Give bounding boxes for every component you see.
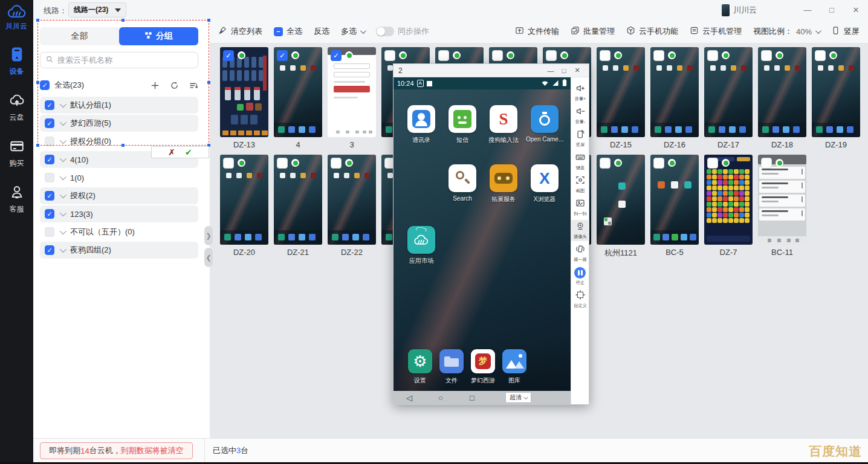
app-icon-mhxy[interactable]: 梦 (471, 349, 495, 373)
sidebar-item-support[interactable]: 客服 (0, 184, 33, 214)
device-thumb-4[interactable]: ✓4 (274, 47, 322, 149)
view-scale-dropdown[interactable]: 视图比例： 40% (753, 26, 820, 37)
device-screen[interactable] (328, 155, 376, 245)
quality-dropdown[interactable]: 超清 (505, 392, 531, 403)
panel-collapse-arrow[interactable]: ❮ (204, 248, 213, 267)
device-checkbox[interactable] (761, 158, 772, 169)
toggle-off[interactable] (376, 27, 394, 36)
device-screen[interactable] (650, 155, 699, 245)
group-checkbox[interactable]: ✓ (45, 209, 54, 219)
device-thumb-BC-5[interactable]: BC-5 (650, 155, 699, 257)
refresh-button[interactable] (170, 81, 179, 90)
line-select-dropdown[interactable]: 线路一(23) (68, 2, 126, 18)
expiry-warning[interactable]: 即将到期14台云机，到期数据将被清空 (40, 442, 193, 459)
device-thumb-DZ-15[interactable]: DZ-15 (597, 47, 645, 149)
app-expand[interactable]: 拓展服务 (485, 164, 522, 204)
app-icon-expand[interactable] (490, 164, 517, 192)
control-screenshot[interactable]: 截图 (571, 174, 589, 195)
device-checkbox[interactable] (653, 158, 664, 169)
select-all-toolbar-button[interactable]: − 全选 (274, 26, 302, 37)
device-screen[interactable] (597, 47, 645, 137)
app-icon-files[interactable] (439, 349, 464, 373)
nav-recents-button[interactable]: □ (456, 393, 488, 402)
app-icon-contacts[interactable] (407, 105, 435, 133)
group-checkbox[interactable]: ✓ (45, 191, 54, 201)
device-checkbox[interactable] (600, 158, 611, 169)
device-checkbox[interactable] (277, 158, 288, 169)
device-checkbox[interactable] (815, 50, 826, 61)
control-rotate[interactable]: 竖屏 (571, 128, 589, 149)
popup-minimize-button[interactable]: — (544, 67, 557, 74)
app-opencam[interactable]: Open Came... (526, 105, 563, 143)
control-webcam[interactable]: 摄像头 (571, 220, 589, 241)
device-thumb-DZ-20[interactable]: DZ-20 (220, 155, 268, 257)
search-input[interactable] (57, 56, 193, 65)
panel-expand-arrow[interactable]: ❯ (204, 226, 213, 245)
device-screen[interactable] (812, 47, 860, 137)
add-group-button[interactable] (151, 81, 160, 90)
device-checkbox[interactable] (492, 50, 503, 61)
device-thumb-BC-11[interactable]: BC-11 (758, 155, 806, 257)
clear-list-button[interactable]: 清空列表 (218, 26, 262, 37)
tab-all[interactable]: 全部 (40, 27, 119, 45)
group-row[interactable]: ✓夜鸦四组(2) (40, 242, 198, 259)
app-sms[interactable]: 短信 (444, 105, 481, 144)
app-icon-searchapp[interactable] (449, 164, 476, 192)
app-icon-xbrowser[interactable]: X (531, 164, 559, 192)
control-stop[interactable]: 停止 (571, 266, 589, 287)
device-thumb-DZ-13[interactable]: ✓DZ-13 (220, 47, 268, 149)
device-thumb-DZ-16[interactable]: DZ-16 (650, 47, 699, 149)
app-searchapp[interactable]: Search (444, 164, 481, 202)
select-all-indeterminate-checkbox[interactable]: − (274, 27, 283, 36)
group-row[interactable]: 不可以（五开）(0) (40, 224, 198, 240)
device-thumb-杭州1121[interactable]: 杭州1121 (597, 155, 645, 259)
device-thumb-DZ-18[interactable]: DZ-18 (758, 47, 806, 149)
app-contacts[interactable]: 通讯录 (403, 105, 440, 144)
group-checkbox[interactable]: ✓ (45, 118, 54, 128)
device-screen[interactable] (220, 155, 268, 245)
device-checkbox[interactable] (761, 50, 772, 61)
sync-operation-toggle[interactable]: 同步操作 (376, 26, 429, 37)
device-screen[interactable] (274, 155, 322, 245)
device-screen[interactable] (597, 155, 645, 245)
group-row[interactable]: ✓123(3) (40, 205, 198, 222)
device-thumb-DZ-7[interactable]: DZ-7 (704, 155, 753, 257)
app-icon-settings[interactable]: ⚙ (408, 349, 432, 373)
device-screen[interactable] (758, 47, 806, 137)
invert-selection-button[interactable]: 反选 (314, 26, 329, 37)
app-appmarket[interactable]: 应用市场 (403, 226, 440, 265)
group-row[interactable]: ✓梦幻西游(5) (40, 115, 198, 132)
device-checkbox[interactable] (653, 50, 664, 61)
device-thumb-DZ-19[interactable]: DZ-19 (812, 47, 860, 149)
collapse-list-button[interactable] (189, 81, 198, 90)
group-checkbox[interactable] (45, 227, 54, 237)
device-screen[interactable]: ✓ (274, 47, 322, 137)
cancel-capture-button[interactable]: ✗ (168, 148, 175, 156)
group-checkbox[interactable]: ✓ (45, 100, 54, 110)
cloud-functions-button[interactable]: 云手机功能 (626, 26, 678, 37)
app-icon-sms[interactable] (449, 105, 476, 133)
control-shake[interactable]: 摇一摇 (571, 243, 589, 264)
select-all-checkbox[interactable]: ✓ (40, 80, 50, 90)
sidebar-item-devices[interactable]: 设备 (0, 47, 33, 77)
device-checkbox[interactable] (546, 50, 557, 61)
device-checkbox[interactable] (331, 158, 342, 169)
phone-wallpaper[interactable]: 通讯录短信S搜狗输入法Open Came...Search拓展服务XX浏览器应用… (394, 89, 571, 391)
group-row[interactable]: 1(0) (40, 169, 198, 186)
nav-home-button[interactable]: ○ (425, 393, 456, 402)
sidebar-item-purchase[interactable]: 购买 (0, 138, 33, 169)
dock-app-files[interactable]: 文件 (436, 349, 467, 385)
control-volume-minus[interactable]: 音量- (571, 105, 589, 126)
confirm-capture-button[interactable]: ✔ (185, 148, 192, 156)
popup-maximize-button[interactable]: □ (557, 67, 571, 74)
device-screen[interactable] (650, 47, 699, 137)
device-thumb-3[interactable]: ✓3 (328, 47, 376, 149)
control-scan[interactable]: 扫一扫 (571, 197, 589, 218)
device-screen[interactable] (758, 155, 806, 245)
control-volume-plus[interactable]: 音量+ (571, 82, 589, 103)
group-checkbox[interactable]: ✓ (45, 245, 54, 255)
popup-title-bar[interactable]: 2 — □ ✕ (394, 64, 589, 77)
device-screen[interactable]: ✓ (328, 47, 376, 137)
dock-app-mhxy[interactable]: 梦梦幻西游 (467, 349, 499, 385)
dock-app-settings[interactable]: ⚙设置 (404, 349, 436, 385)
